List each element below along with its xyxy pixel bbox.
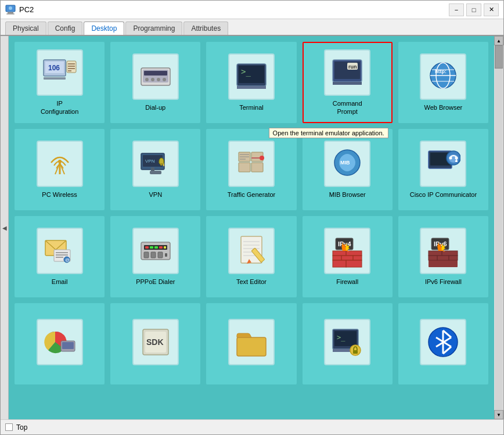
window-title: PC2 xyxy=(19,5,34,14)
icon-grid: 106 IPConfiguration xyxy=(9,36,494,419)
ciscoip-icon-img xyxy=(420,141,466,187)
icon-bluetooth[interactable] xyxy=(398,303,488,384)
icon-pppoe-dialer[interactable]: PPPoE Dialer xyxy=(110,216,200,297)
icon-piechart[interactable] xyxy=(15,303,105,384)
pppoe-icon-img xyxy=(132,228,179,274)
maximize-button[interactable]: □ xyxy=(466,3,481,16)
scroll-down-button[interactable]: ▼ xyxy=(494,410,503,419)
svg-point-16 xyxy=(145,78,149,81)
tab-programming[interactable]: Programming xyxy=(125,21,182,35)
svg-text:@: @ xyxy=(65,257,70,263)
icon-pc-wireless[interactable]: PC Wireless xyxy=(15,129,105,210)
icon-sdk[interactable]: SDK xyxy=(110,303,200,384)
top-checkbox[interactable] xyxy=(5,423,13,431)
pcwireless-icon-img xyxy=(37,141,83,187)
app-icon xyxy=(5,5,16,15)
tab-attributes[interactable]: Attributes xyxy=(183,21,228,35)
vpn-icon-img: VPN xyxy=(132,141,179,187)
command-svg: run xyxy=(330,55,365,90)
icon-email[interactable]: @ Email xyxy=(15,216,105,297)
svg-rect-2 xyxy=(6,13,15,15)
title-bar-left: PC2 xyxy=(5,5,34,15)
svg-rect-120 xyxy=(353,350,358,354)
close-button[interactable]: ✕ xyxy=(484,3,499,16)
pcwireless-label: PC Wireless xyxy=(42,190,77,199)
ip-config-icon-img: 106 xyxy=(37,49,83,96)
icon-ip-configuration[interactable]: 106 IPConfiguration xyxy=(15,42,105,123)
mibbrowser-icon-img: MIB xyxy=(324,141,370,187)
command-icon-img: run xyxy=(324,49,370,96)
icon-cisco-ip-communicator[interactable]: Cisco IP Communicator xyxy=(398,129,488,210)
ip-config-label: IPConfiguration xyxy=(41,99,78,116)
trafficgen-icon-img xyxy=(228,141,275,187)
svg-rect-80 xyxy=(158,252,163,258)
svg-rect-28 xyxy=(333,82,362,85)
texteditor-icon-img xyxy=(228,228,275,274)
icon-command-prompt[interactable]: run CommandPrompt Open the terminal emul… xyxy=(303,42,393,123)
pppoe-svg xyxy=(138,233,173,268)
svg-text:>_: >_ xyxy=(241,67,251,77)
icon-text-editor[interactable]: Text Editor xyxy=(206,216,296,297)
left-tab[interactable]: ◀ xyxy=(1,225,8,231)
terminal-label: Terminal xyxy=(239,103,264,112)
command-label: CommandPrompt xyxy=(333,99,362,116)
icon-terminal2[interactable]: >_ xyxy=(303,303,393,384)
piechart-svg xyxy=(42,325,77,359)
icon-vpn[interactable]: VPN VPN xyxy=(110,129,200,210)
icon-dialup[interactable]: Dial-up xyxy=(110,42,200,123)
status-bar: Top xyxy=(1,419,503,434)
ipv6firewall-icon-img: IPv6 xyxy=(420,228,466,274)
scroll-up-button[interactable]: ▲ xyxy=(494,36,503,45)
pcwireless-svg xyxy=(42,146,77,181)
sdk-icon-img: SDK xyxy=(132,319,179,365)
terminal2-icon-img: >_ xyxy=(324,319,370,365)
icon-terminal[interactable]: >_ Terminal xyxy=(206,42,296,123)
email-svg: @ xyxy=(42,233,77,268)
sdk-svg: SDK xyxy=(138,325,173,359)
folder-svg xyxy=(234,325,269,359)
svg-rect-63 xyxy=(455,160,458,162)
icon-traffic-generator[interactable]: Traffic Generator xyxy=(206,129,296,210)
tab-config[interactable]: Config xyxy=(48,21,83,35)
scrollbar[interactable]: ▲ ▼ xyxy=(494,36,503,419)
svg-rect-23 xyxy=(237,86,266,89)
svg-text:http:: http: xyxy=(435,69,447,74)
tab-physical[interactable]: Physical xyxy=(5,21,46,35)
svg-rect-114 xyxy=(237,337,266,356)
svg-rect-81 xyxy=(165,253,167,257)
texteditor-svg xyxy=(234,233,269,268)
svg-point-17 xyxy=(151,78,154,81)
icon-mib-browser[interactable]: MIB MIB Browser xyxy=(303,129,393,210)
svg-rect-43 xyxy=(150,171,161,174)
icon-web-browser[interactable]: http: Web Browser xyxy=(398,42,488,123)
ipv6firewall-svg: IPv6 xyxy=(426,233,460,268)
trafficgen-label: Traffic Generator xyxy=(228,190,276,199)
firewall-svg: IPv4 xyxy=(330,233,365,268)
svg-text:>_: >_ xyxy=(337,333,345,341)
scroll-track[interactable] xyxy=(495,45,503,410)
piechart-icon-img xyxy=(37,319,83,365)
svg-rect-49 xyxy=(251,163,263,172)
terminal-svg: >_ xyxy=(234,59,269,94)
bluetooth-svg xyxy=(426,325,460,359)
svg-rect-1 xyxy=(8,12,13,13)
icon-ipv6-firewall[interactable]: IPv6 IPv6 Firewall xyxy=(398,216,488,297)
firewall-label: Firewall xyxy=(336,278,358,286)
minimize-button[interactable]: − xyxy=(449,3,464,16)
svg-rect-15 xyxy=(144,71,167,76)
icon-folder[interactable] xyxy=(206,303,296,384)
icon-firewall[interactable]: IPv4 Firewall xyxy=(303,216,393,297)
svg-rect-110 xyxy=(62,342,74,349)
svg-rect-77 xyxy=(164,246,166,249)
scroll-thumb[interactable] xyxy=(495,45,503,69)
terminal-icon-img: >_ xyxy=(228,53,275,100)
ipv6firewall-label: IPv6 Firewall xyxy=(425,278,462,286)
dialup-icon-img xyxy=(132,53,179,100)
folder-icon-img xyxy=(228,319,275,365)
title-bar-controls: − □ ✕ xyxy=(449,3,499,16)
webbrowser-svg: http: xyxy=(426,59,460,94)
email-label: Email xyxy=(52,278,68,286)
tab-desktop[interactable]: Desktop xyxy=(84,21,124,35)
svg-rect-73 xyxy=(145,246,149,249)
svg-rect-100 xyxy=(429,251,458,267)
